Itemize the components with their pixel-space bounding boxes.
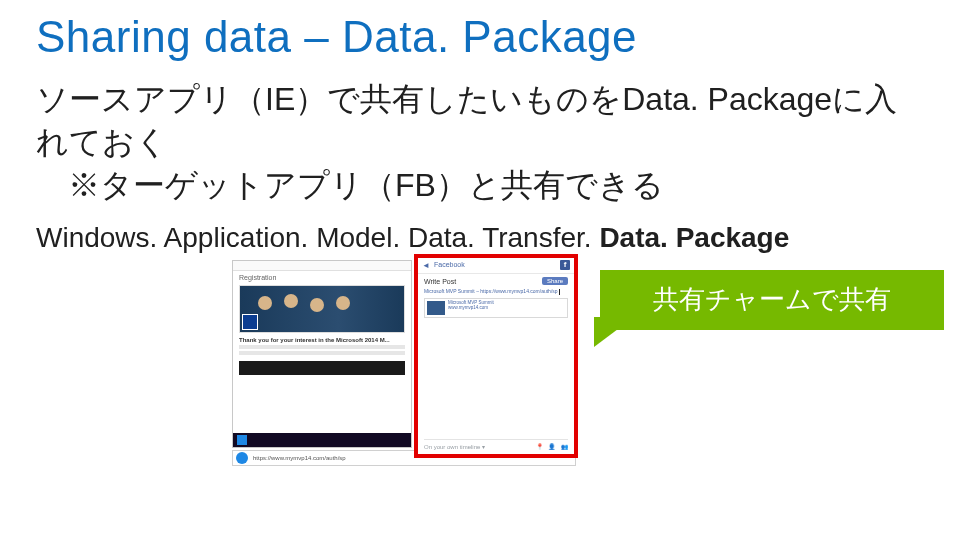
timeline-select[interactable]: On your own timeline ▾ [424,443,485,450]
registration-photo [239,285,405,333]
callout-text: 共有チャームで共有 [653,282,891,317]
photo-head-3 [310,298,324,312]
figure-row: Registration Thank you for your interest… [36,260,924,480]
api-class: Data. Package [599,222,789,253]
subtitle-line-1: ソースアプリ（IE）で共有したいものをData. Packageに入れておく [36,81,897,160]
photo-head-1 [258,296,272,310]
share-charm-callout: 共有チャームで共有 [600,270,944,330]
target-app-highlight: ◄ Facebook f Write Post Share Microsoft … [414,254,578,458]
write-post-header: Write Post Share [418,274,574,287]
body-line-1 [239,345,405,349]
body-line-2 [239,351,405,355]
share-button[interactable]: Share [542,277,568,285]
body-blackbar [239,361,405,375]
target-app-facebook-panel: ◄ Facebook f Write Post Share Microsoft … [418,258,574,454]
ie-topbar [233,261,411,271]
link-sub: www.mymvp14.com [448,306,494,311]
facebook-name: Facebook [434,261,465,268]
photo-badge [242,314,258,330]
api-namespace: Windows. Application. Model. Data. Trans… [36,222,924,254]
subtitle-line-2: ※ターゲットアプリ（FB）と共有できる [36,164,664,207]
slide-subtitle: ソースアプリ（IE）で共有したいものをData. Packageに入れておく ※… [36,78,924,208]
photo-head-4 [336,296,350,310]
taskbar-ie-icon [237,435,247,445]
api-prefix: Windows. Application. Model. Data. Trans… [36,222,599,253]
link-preview-card: Microsoft MVP Summit www.mymvp14.com [424,298,568,318]
write-post-label: Write Post [424,278,456,285]
footer-icons: 📍 👤 👥 [532,443,568,450]
photo-head-2 [284,294,298,308]
facebook-logo-icon: f [560,260,570,270]
people-icon[interactable]: 👥 [561,444,568,450]
post-footer: On your own timeline ▾ 📍 👤 👥 [424,439,568,450]
facebook-header: ◄ Facebook f [418,258,574,274]
registration-heading: Registration [233,271,411,283]
slide-title: Sharing data – Data. Package [36,12,924,62]
ie-taskbar [233,433,411,447]
thanks-text: Thank you for your interest in the Micro… [239,337,405,344]
back-icon[interactable]: ◄ [422,261,430,270]
share-text[interactable]: Microsoft MVP Summit – https://www.mymvp… [424,289,568,295]
link-meta: Microsoft MVP Summit www.mymvp14.com [448,301,494,315]
text-cursor [559,289,560,295]
link-thumb [427,301,445,315]
slide: Sharing data – Data. Package ソースアプリ（IE）で… [0,0,960,540]
person-icon[interactable]: 👤 [548,444,555,450]
source-app-ie-window: Registration Thank you for your interest… [232,260,412,448]
ie-icon [236,452,248,464]
share-text-content: Microsoft MVP Summit – https://www.mymvp… [424,288,558,294]
pin-icon[interactable]: 📍 [536,444,543,450]
